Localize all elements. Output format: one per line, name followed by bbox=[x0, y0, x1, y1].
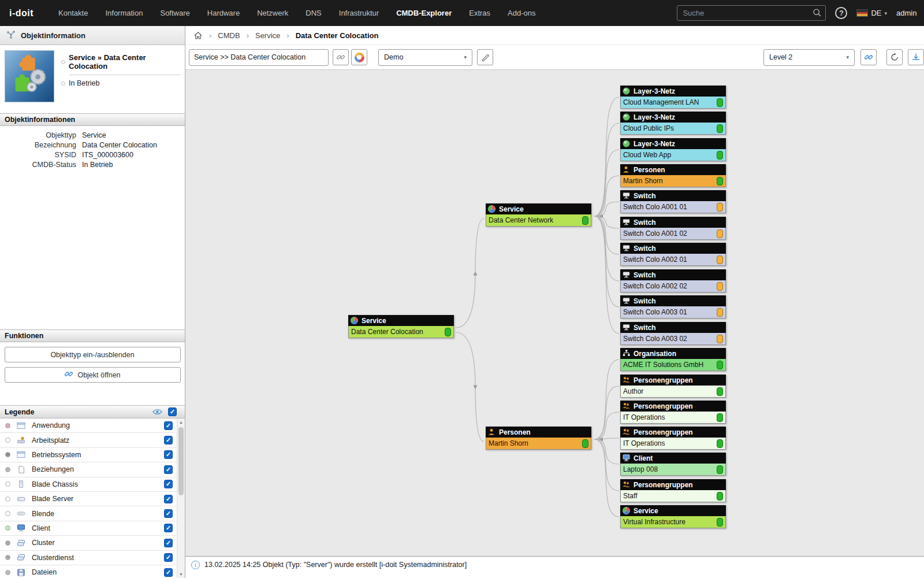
node-label: Data Center Colocation bbox=[351, 328, 423, 336]
node-type-label: Personen bbox=[499, 428, 531, 436]
sidebar-header: Objektinformation bbox=[0, 26, 185, 45]
graph-node-switch-switch-colo-a003-02[interactable]: SwitchSwitch Colo A003 02 bbox=[620, 322, 726, 345]
graph-node-personengruppen-it-operations[interactable]: PersonengruppenIT Operations bbox=[620, 401, 726, 424]
graph-node-switch-switch-colo-a002-02[interactable]: SwitchSwitch Colo A002 02 bbox=[620, 269, 726, 292]
nav-item-cmdb-explorer[interactable]: CMDB-Explorer bbox=[388, 0, 460, 26]
graph-node-personen-martin-shorn[interactable]: PersonenMartin Shorn bbox=[486, 427, 591, 450]
graph-node-switch-switch-colo-a003-01[interactable]: SwitchSwitch Colo A003 01 bbox=[620, 295, 726, 318]
node-label: Switch Colo A002 01 bbox=[623, 255, 687, 264]
legend-checkbox-blade-server[interactable]: ✓ bbox=[164, 495, 173, 503]
legend-header: Legende ✓ bbox=[0, 405, 185, 418]
nav-item-add-ons[interactable]: Add-ons bbox=[499, 0, 544, 26]
legend-master-checkbox[interactable]: ✓ bbox=[168, 407, 177, 416]
search-input[interactable] bbox=[677, 5, 826, 21]
refresh-button[interactable] bbox=[886, 49, 903, 65]
status-message: 13.02.2025 14:25 Objekt (Typ: "Server") … bbox=[204, 561, 467, 569]
scroll-down-icon[interactable]: ▼ bbox=[177, 572, 185, 576]
legend-checkbox-beziehungen[interactable]: ✓ bbox=[164, 465, 173, 474]
node-type-label: Service bbox=[634, 507, 658, 515]
node-label: Switch Colo A001 01 bbox=[623, 203, 687, 211]
switch-icon bbox=[623, 297, 631, 305]
nav-item-kontakte[interactable]: Kontakte bbox=[50, 0, 96, 26]
help-icon[interactable]: ? bbox=[835, 7, 847, 19]
nav-item-netzwerk[interactable]: Netzwerk bbox=[248, 0, 297, 26]
legend-title: Legende bbox=[5, 408, 34, 416]
legend-checkbox-dateien[interactable]: ✓ bbox=[164, 568, 173, 577]
nav-item-information[interactable]: Information bbox=[96, 0, 151, 26]
copy-link-button[interactable] bbox=[333, 49, 349, 65]
window-icon bbox=[17, 451, 27, 458]
graph-node-personen-martin-shorn[interactable]: PersonenMartin Shorn bbox=[620, 164, 726, 187]
graph-node-layer-3-netz-cloud-management-lan[interactable]: Layer-3-NetzCloud Management LAN bbox=[620, 86, 726, 109]
graph-node-personengruppen-it-operations[interactable]: PersonengruppenIT Operations bbox=[620, 427, 726, 450]
graph-node-switch-switch-colo-a002-01[interactable]: SwitchSwitch Colo A002 01 bbox=[620, 243, 726, 266]
node-header: Layer-3-Netz bbox=[620, 138, 726, 149]
profile-select[interactable]: Demo ▾ bbox=[378, 49, 472, 66]
node-label: Cloud Web App bbox=[623, 151, 671, 159]
node-label: Switch Colo A001 02 bbox=[623, 229, 687, 238]
person-icon bbox=[488, 428, 496, 436]
graph-node-personengruppen-staff[interactable]: PersonengruppenStaff bbox=[620, 479, 726, 502]
monitor-icon bbox=[17, 524, 27, 532]
legend-checkbox-anwendung[interactable]: ✓ bbox=[164, 421, 173, 430]
legend-checkbox-blade-chassis[interactable]: ✓ bbox=[164, 480, 173, 488]
legend-checkbox-cluster[interactable]: ✓ bbox=[164, 539, 173, 547]
user-menu[interactable]: admin bbox=[896, 9, 924, 17]
breadcrumb-item-data-center-colocation[interactable]: Data Center Colocation bbox=[296, 31, 379, 40]
node-status-green bbox=[717, 177, 723, 186]
breadcrumb-item-service[interactable]: Service bbox=[255, 31, 280, 40]
graph-node-layer-3-netz-cloud-public-ips[interactable]: Layer-3-NetzCloud Public IPs bbox=[620, 112, 726, 135]
legend-color-dot bbox=[5, 481, 10, 487]
object-card: Service » Data Center Colocation In Betr… bbox=[0, 45, 185, 113]
legend-checkbox-clusterdienst[interactable]: ✓ bbox=[164, 553, 173, 562]
home-icon[interactable] bbox=[193, 31, 203, 40]
graph-node-client-laptop-008[interactable]: ClientLaptop 008 bbox=[620, 453, 726, 476]
info-label: Objekttyp bbox=[0, 131, 76, 140]
nav-item-dns[interactable]: DNS bbox=[297, 0, 330, 26]
search-icon[interactable] bbox=[813, 8, 822, 20]
graph-canvas[interactable]: ServiceData Center ColocationServiceData… bbox=[185, 70, 924, 556]
node-header: Service bbox=[620, 505, 726, 516]
legend-scrollbar[interactable]: ▲ ▼ bbox=[177, 418, 185, 578]
legend-checkbox-client[interactable]: ✓ bbox=[164, 524, 173, 532]
breadcrumb-item-cmdb[interactable]: CMDB bbox=[218, 31, 240, 40]
legend-label: Betriebssystem bbox=[32, 451, 81, 459]
graph-node-organisation-acme-it-solutions-gmbh[interactable]: OrganisationACME IT Solutions GmbH bbox=[620, 348, 726, 371]
nav-item-hardware[interactable]: Hardware bbox=[199, 0, 248, 26]
object-path-input[interactable] bbox=[189, 49, 329, 66]
graph-node-personengruppen-author[interactable]: PersonengruppenAuthor bbox=[620, 375, 726, 398]
legend-checkbox-arbeitsplatz[interactable]: ✓ bbox=[164, 436, 173, 444]
legend-label: Beziehungen bbox=[32, 465, 74, 473]
nav-item-infrastruktur[interactable]: Infrastruktur bbox=[330, 0, 388, 26]
scroll-thumb[interactable] bbox=[178, 427, 184, 495]
graph-node-switch-switch-colo-a001-02[interactable]: SwitchSwitch Colo A001 02 bbox=[620, 217, 726, 240]
relations-link-button[interactable] bbox=[860, 49, 877, 65]
nav-item-software[interactable]: Software bbox=[151, 0, 198, 26]
node-label: Martin Shorn bbox=[489, 439, 528, 447]
level-select[interactable]: Level 2 ▾ bbox=[763, 49, 855, 66]
node-body: Data Center Network bbox=[486, 214, 591, 227]
idoit-logo[interactable]: i-doit bbox=[9, 8, 33, 18]
services-view-button[interactable] bbox=[351, 49, 367, 65]
node-header: Switch bbox=[620, 190, 726, 201]
graph-node-layer-3-netz-cloud-web-app[interactable]: Layer-3-NetzCloud Web App bbox=[620, 138, 726, 161]
open-object-button[interactable]: Objekt öffnen bbox=[5, 367, 181, 383]
eye-icon[interactable] bbox=[152, 409, 162, 415]
edit-profile-button[interactable] bbox=[477, 49, 493, 65]
legend-checkbox-betriebssystem[interactable]: ✓ bbox=[164, 450, 173, 459]
toggle-objecttype-button[interactable]: Objekttyp ein-/ausblenden bbox=[5, 347, 181, 362]
legend-checkbox-blende[interactable]: ✓ bbox=[164, 509, 173, 518]
scroll-up-icon[interactable]: ▲ bbox=[177, 420, 185, 424]
nav-item-extras[interactable]: Extras bbox=[460, 0, 499, 26]
toggle-objecttype-label: Objekttyp ein-/ausblenden bbox=[50, 351, 134, 359]
graph-node-service-data-center-network[interactable]: ServiceData Center Network bbox=[486, 203, 591, 227]
export-button[interactable] bbox=[908, 49, 924, 65]
language-selector[interactable]: DE ▾ bbox=[856, 9, 887, 17]
object-title-row: Service » Data Center Colocation bbox=[61, 53, 180, 71]
graph-node-switch-switch-colo-a001-01[interactable]: SwitchSwitch Colo A001 01 bbox=[620, 190, 726, 213]
node-type-label: Switch bbox=[634, 192, 656, 200]
graph-node-service-virtual-infrastructure[interactable]: ServiceVirtual Infrastructure bbox=[620, 505, 726, 528]
graph-node-service-data-center-colocation[interactable]: ServiceData Center Colocation bbox=[348, 315, 454, 338]
node-header: Personen bbox=[620, 164, 726, 175]
node-label: Cloud Management LAN bbox=[623, 98, 699, 106]
